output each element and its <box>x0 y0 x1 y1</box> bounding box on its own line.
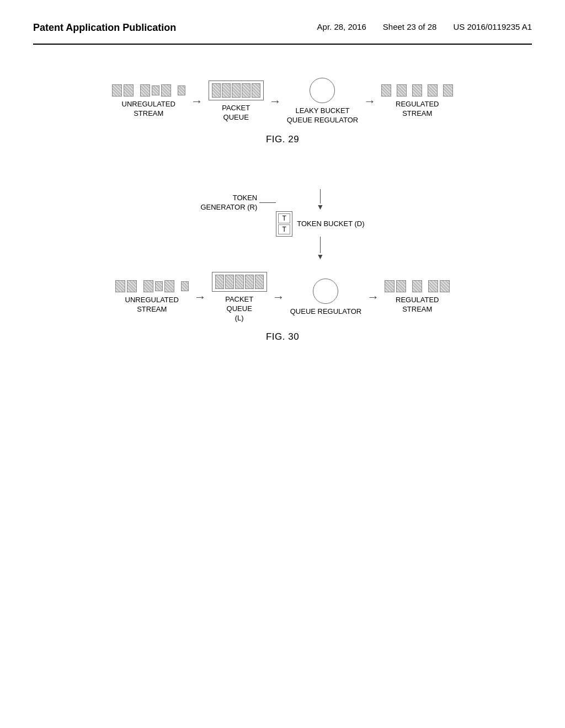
fig29-leaky-label: LEAKY BUCKETQUEUE REGULATOR <box>287 106 359 125</box>
queue-packet <box>212 83 221 98</box>
fig30-unregulated-label: UNREGULATEDSTREAM <box>125 296 179 314</box>
fig29-diagram-row: UNREGULATEDSTREAM → PACKETQUEUE <box>112 78 454 125</box>
packet <box>412 280 422 292</box>
packet <box>440 280 450 292</box>
fig30-arrow-3: → <box>367 290 379 304</box>
fig29-queue-label: PACKETQUEUE <box>222 104 250 122</box>
fig30-regulated-stream: REGULATEDSTREAM <box>385 280 450 314</box>
fig30-arrow-2: → <box>273 290 285 304</box>
v-line-bottom <box>320 237 321 253</box>
patent-title: Patent Application Publication <box>33 22 176 34</box>
down-arrow-symbol: ▼ <box>316 204 324 211</box>
fig29-regulated-packets <box>381 84 453 97</box>
header-patent-number: US 2016/0119235 A1 <box>453 22 532 31</box>
fig30-packet-queue: PACKETQUEUE(L) <box>212 272 267 323</box>
fig30-tg-label: TOKENGENERATOR (R) <box>200 194 257 212</box>
header-right: Apr. 28, 2016 Sheet 23 of 28 US 2016/011… <box>317 22 532 31</box>
fig29-caption: FIG. 29 <box>266 134 299 145</box>
packet <box>164 280 174 292</box>
fig30-token-bucket-row: T T TOKEN BUCKET (D) <box>276 211 364 237</box>
fig30-unregulated-packets <box>115 280 189 292</box>
header-sheet: Sheet 23 of 28 <box>383 22 437 31</box>
fig29-circle <box>310 78 335 103</box>
packet <box>161 84 171 97</box>
queue-packet <box>252 83 260 98</box>
fig30-tg-label-line: TOKENGENERATOR (R) <box>200 194 276 212</box>
fig29-unregulated-stream: UNREGULATEDSTREAM <box>112 84 185 119</box>
packet <box>152 85 159 95</box>
packet <box>112 84 122 97</box>
token-t1: T <box>278 213 290 223</box>
arrow-1: → <box>191 94 203 109</box>
packet <box>124 84 134 97</box>
fig30-caption: FIG. 30 <box>266 331 299 342</box>
packet <box>140 84 150 97</box>
packet <box>115 280 125 292</box>
fig30-queue-label: PACKETQUEUE(L) <box>225 295 253 323</box>
header: Patent Application Publication Apr. 28, … <box>33 22 532 38</box>
fig30-bracket <box>259 202 276 204</box>
figure-30-block: TOKENGENERATOR (R) ▼ <box>33 189 532 343</box>
packet <box>443 84 453 97</box>
packet <box>396 280 406 292</box>
fig29-leaky-bucket: LEAKY BUCKETQUEUE REGULATOR <box>287 78 359 125</box>
fig30-regulated-label: REGULATEDSTREAM <box>396 296 439 314</box>
packet <box>385 280 395 292</box>
fig30-circle <box>313 279 338 304</box>
header-meta: Apr. 28, 2016 Sheet 23 of 28 US 2016/011… <box>317 22 532 31</box>
fig30-token-bucket-label: TOKEN BUCKET (D) <box>297 220 364 228</box>
fig29-regulated-stream: REGULATEDSTREAM <box>381 84 453 119</box>
packet <box>381 84 391 97</box>
arrow-2: → <box>269 94 281 109</box>
fig30-queue-regulator: QUEUE REGULATOR <box>290 279 362 317</box>
fig30-regulator-label: QUEUE REGULATOR <box>290 307 362 317</box>
packet <box>428 280 438 292</box>
fig30-arrow-1: → <box>194 290 206 304</box>
packet <box>428 84 438 97</box>
packet <box>155 281 163 291</box>
queue-packet <box>232 83 241 98</box>
queue-packet <box>235 275 244 289</box>
bracket-h-line <box>259 202 276 204</box>
fig30-top-section: TOKENGENERATOR (R) ▼ <box>200 189 364 261</box>
queue-packet <box>225 275 234 289</box>
queue-packet <box>242 83 250 98</box>
fig29-regulated-label: REGULATEDSTREAM <box>396 100 439 119</box>
queue-packet <box>215 275 224 289</box>
packet <box>412 84 422 97</box>
fig30-unregulated-stream: UNREGULATEDSTREAM <box>115 280 189 314</box>
queue-packet <box>245 275 254 289</box>
fig30-regulated-packets <box>385 280 450 292</box>
v-line-top <box>320 189 321 204</box>
page: Patent Application Publication Apr. 28, … <box>0 0 565 728</box>
token-t2: T <box>278 224 290 234</box>
packet <box>178 85 185 95</box>
queue-packet <box>255 275 264 289</box>
fig30-tg-area: TOKENGENERATOR (R) ▼ <box>200 189 364 261</box>
packet <box>143 280 153 292</box>
queue-packet <box>222 83 231 98</box>
packet <box>127 280 137 292</box>
figures-area: UNREGULATEDSTREAM → PACKETQUEUE <box>33 78 532 342</box>
fig29-packet-queue: PACKETQUEUE <box>209 81 264 122</box>
packet <box>397 84 407 97</box>
packet <box>181 281 189 291</box>
fig29-unregulated-label: UNREGULATEDSTREAM <box>122 100 175 119</box>
figure-29-block: UNREGULATEDSTREAM → PACKETQUEUE <box>33 78 532 145</box>
arrow-3: → <box>364 94 376 109</box>
fig30-container: TOKENGENERATOR (R) ▼ <box>33 189 532 323</box>
fig29-unregulated-packets <box>112 84 185 97</box>
fig30-queue-box <box>212 272 267 292</box>
fig29-queue-box <box>209 81 264 100</box>
down-arrow-symbol-2: ▼ <box>316 253 324 261</box>
header-divider <box>33 44 532 45</box>
fig30-diagram-row: UNREGULATEDSTREAM → PACKETQUEUE <box>115 272 450 323</box>
header-date: Apr. 28, 2016 <box>317 22 366 31</box>
fig30-token-bucket-box: T T <box>276 211 292 237</box>
fig30-v-arrow: ▼ T T TOKEN BUCKET (D) <box>276 189 364 261</box>
